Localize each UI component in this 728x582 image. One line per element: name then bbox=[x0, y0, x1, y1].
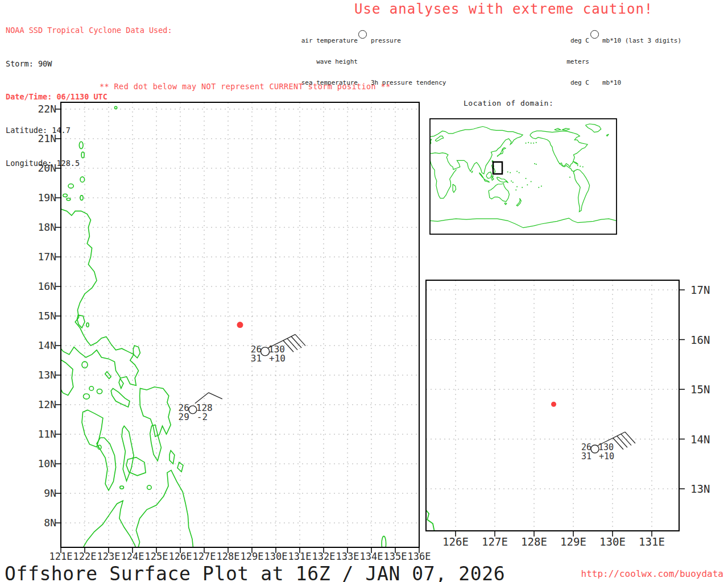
tick-marks bbox=[55, 109, 685, 553]
main-x-axis-label: 133E bbox=[336, 551, 359, 562]
storm-position-dot bbox=[237, 322, 243, 328]
inset-x-axis-label: 126E bbox=[442, 535, 469, 548]
station-sea-temp: 31 bbox=[251, 353, 262, 364]
station-pressure-tendency: -2 bbox=[197, 411, 208, 422]
main-x-axis-label: 127E bbox=[193, 551, 216, 562]
inset-x-axis-label: 127E bbox=[482, 535, 508, 548]
station-sea-temp: 29 bbox=[179, 411, 189, 422]
station-circle-icon bbox=[591, 445, 599, 453]
main-x-axis-label: 132E bbox=[312, 551, 336, 562]
inset-x-axis-label: 129E bbox=[560, 535, 586, 548]
main-y-axis-label: 22N bbox=[38, 103, 56, 115]
main-x-axis-label: 129E bbox=[241, 551, 264, 562]
main-y-axis-label: 8N bbox=[44, 517, 56, 529]
inset-x-axis-label: 131E bbox=[639, 535, 665, 548]
main-y-axis-label: 13N bbox=[38, 369, 56, 381]
main-x-axis-label: 135E bbox=[384, 551, 407, 562]
main-y-axis-label: 14N bbox=[38, 339, 56, 351]
main-x-axis-label: 128E bbox=[217, 551, 240, 562]
main-y-axis-label: 9N bbox=[44, 487, 56, 499]
grid-lines bbox=[61, 102, 679, 547]
philippines-coastline bbox=[61, 106, 386, 552]
station-sea-temp: 31 bbox=[581, 451, 592, 462]
inset-x-axis-label: 130E bbox=[599, 535, 626, 548]
main-y-axis-label: 18N bbox=[38, 221, 56, 233]
offshore-surface-plot-page: NOAA SSD Tropical Cyclone Data Used: Sto… bbox=[0, 0, 728, 582]
inset-y-axis-label: 14N bbox=[690, 433, 710, 446]
station-circle-icon bbox=[189, 406, 197, 414]
inset-y-axis-label: 17N bbox=[690, 284, 710, 296]
storm-position-dot-inset bbox=[551, 402, 556, 407]
main-x-axis-label: 124E bbox=[121, 551, 144, 562]
main-x-axis-label: 130E bbox=[264, 551, 288, 562]
main-x-axis-label: 134E bbox=[360, 551, 383, 562]
main-y-axis-label: 17N bbox=[38, 251, 56, 263]
main-x-axis-label: 126E bbox=[169, 551, 192, 562]
station-pressure-tendency: +10 bbox=[599, 451, 614, 462]
main-x-axis-label: 136E bbox=[408, 551, 431, 562]
main-y-axis-label: 15N bbox=[38, 310, 56, 322]
main-y-axis-label: 20N bbox=[38, 162, 56, 174]
inset-x-axis-label: 128E bbox=[521, 535, 547, 548]
main-y-axis-label: 12N bbox=[38, 398, 56, 410]
main-x-axis-label: 125E bbox=[145, 551, 168, 562]
main-x-axis-label: 131E bbox=[288, 551, 312, 562]
main-y-axis-label: 19N bbox=[38, 192, 56, 203]
main-y-axis-label: 11N bbox=[38, 428, 56, 440]
inset-y-axis-label: 15N bbox=[690, 383, 710, 396]
main-x-axis-label: 122E bbox=[73, 551, 97, 562]
inset-y-axis-label: 16N bbox=[690, 334, 710, 346]
main-y-axis-label: 16N bbox=[38, 280, 56, 292]
main-y-axis-label: 21N bbox=[38, 132, 56, 144]
main-y-axis-label: 10N bbox=[38, 458, 56, 469]
map-graphics: 22N21N20N19N18N17N16N15N14N13N12N11N10N9… bbox=[0, 0, 728, 582]
station-pressure-tendency: +10 bbox=[269, 353, 286, 364]
main-x-axis-label: 123E bbox=[97, 551, 121, 562]
inset-y-axis-label: 13N bbox=[690, 483, 710, 495]
world-map-border bbox=[430, 119, 617, 234]
main-x-axis-label: 121E bbox=[49, 551, 73, 562]
world-coastline bbox=[430, 124, 617, 228]
